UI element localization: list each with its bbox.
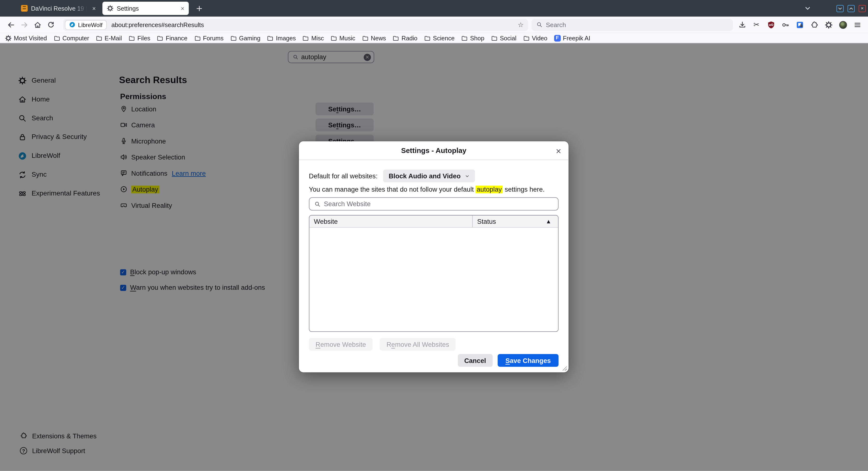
gear-icon <box>5 34 12 41</box>
bookmark-folder-finance[interactable]: Finance <box>157 34 187 41</box>
close-window-button[interactable]: × <box>859 5 866 12</box>
folder-icon <box>128 34 135 41</box>
maximize-button[interactable] <box>847 5 855 12</box>
dialog-description: You can manage the sites that do not fol… <box>309 185 558 193</box>
bookmark-folder-misc[interactable]: Misc <box>303 34 324 41</box>
minimize-button[interactable] <box>836 5 844 12</box>
autoplay-settings-dialog: Settings - Autoplay × Default for all we… <box>299 141 568 373</box>
gear-icon <box>107 5 114 12</box>
bookmark-folder-forums[interactable]: Forums <box>194 34 224 41</box>
bookmark-folder-gaming[interactable]: Gaming <box>230 34 260 41</box>
tab-davinci-resolve[interactable]: DaVinci Resolve 19 | Blackm × <box>17 2 100 15</box>
remove-buttons-row: Remove Website Remove All Websites <box>309 338 558 351</box>
home-button[interactable] <box>31 18 44 31</box>
browser-window: uO DaVinci Resolve 19 | Blackm × Setting… <box>0 0 868 471</box>
freepik-icon: F <box>554 34 561 41</box>
column-header-website[interactable]: Website <box>310 215 472 227</box>
bookmark-folder-science[interactable]: Science <box>424 34 455 41</box>
dialog-actions-row: Cancel Save Changes <box>309 354 558 367</box>
dialog-header: Settings - Autoplay × <box>299 141 568 160</box>
reload-button[interactable] <box>44 18 58 31</box>
tab-title: DaVinci Resolve 19 | Blackm <box>31 5 89 12</box>
bookmark-folder-music[interactable]: Music <box>331 34 355 41</box>
downloads-icon[interactable] <box>738 21 746 29</box>
site-badge-label: LibreWolf <box>78 21 102 28</box>
tab-bar: DaVinci Resolve 19 | Blackm × Settings ×… <box>0 0 868 17</box>
folder-icon <box>157 34 164 41</box>
librewolf-logo-icon <box>69 22 75 28</box>
screenshot-scissors-icon[interactable]: ✂ <box>752 21 761 29</box>
privacy-extension-icon[interactable] <box>796 21 804 29</box>
toolbar-actions: ✂ <box>733 21 864 29</box>
bookmark-folder-images[interactable]: Images <box>267 34 296 41</box>
menu-hamburger-icon[interactable] <box>853 21 861 29</box>
save-changes-button[interactable]: Save Changes <box>498 354 558 367</box>
bookmark-folder-social[interactable]: Social <box>491 34 516 41</box>
folder-icon <box>194 34 201 41</box>
folder-icon <box>230 34 237 41</box>
bookmarks-toolbar: Most Visited Computer E-Mail Files Finan… <box>0 33 868 43</box>
websites-table-body <box>310 228 558 331</box>
bookmark-folder-shop[interactable]: Shop <box>461 34 484 41</box>
bookmark-most-visited[interactable]: Most Visited <box>5 34 47 41</box>
new-tab-button[interactable]: + <box>193 2 205 14</box>
extensions-puzzle-icon[interactable] <box>810 21 818 29</box>
folder-icon <box>331 34 337 41</box>
websites-table-header: Website Status ▲ <box>310 215 558 228</box>
folder-icon <box>54 34 60 41</box>
search-input[interactable] <box>546 21 733 28</box>
bookmark-star-icon[interactable]: ☆ <box>518 21 524 29</box>
davinci-favicon <box>21 5 28 12</box>
tab-title: Settings <box>117 5 178 12</box>
search-icon <box>536 22 542 28</box>
bookmark-folder-radio[interactable]: Radio <box>393 34 417 41</box>
folder-icon <box>267 34 274 41</box>
navigation-toolbar: LibreWolf about:preferences#searchResult… <box>0 17 868 33</box>
website-search-input[interactable] <box>324 200 558 208</box>
password-key-icon[interactable] <box>781 21 789 29</box>
bookmark-folder-files[interactable]: Files <box>128 34 150 41</box>
profile-avatar[interactable] <box>839 21 847 29</box>
bookmark-folder-news[interactable]: News <box>362 34 386 41</box>
bookmark-folder-video[interactable]: Video <box>523 34 547 41</box>
search-icon <box>314 201 320 207</box>
default-policy-dropdown[interactable]: Block Audio and Video <box>383 170 475 182</box>
forward-button[interactable] <box>18 18 31 31</box>
folder-icon <box>96 34 103 41</box>
folder-icon <box>303 34 309 41</box>
url-text: about:preferences#searchResults <box>111 21 204 28</box>
bookmark-folder-email[interactable]: E-Mail <box>96 34 122 41</box>
column-header-status[interactable]: Status ▲ <box>472 215 558 227</box>
remove-website-button[interactable]: Remove Website <box>309 338 373 351</box>
folder-icon <box>523 34 530 41</box>
bookmark-folder-computer[interactable]: Computer <box>54 34 89 41</box>
folder-icon <box>393 34 399 41</box>
dialog-title: Settings - Autoplay <box>401 146 466 154</box>
folder-icon <box>461 34 468 41</box>
list-all-tabs-button[interactable] <box>802 2 814 14</box>
url-bar[interactable]: LibreWolf about:preferences#searchResult… <box>63 19 528 31</box>
sort-ascending-icon: ▲ <box>547 219 550 224</box>
search-bar[interactable] <box>531 19 733 31</box>
window-controls: × <box>836 5 866 12</box>
chevron-down-icon <box>465 174 469 178</box>
default-policy-row: Default for all websites: Block Audio an… <box>309 170 558 182</box>
tab-close-icon[interactable]: × <box>92 5 96 11</box>
tab-close-icon[interactable]: × <box>181 5 184 11</box>
bookmark-freepik-ai[interactable]: FFreepik AI <box>554 34 590 41</box>
tab-settings[interactable]: Settings × <box>102 2 189 15</box>
back-button[interactable] <box>4 18 18 31</box>
website-search-field[interactable] <box>309 197 558 210</box>
default-policy-label: Default for all websites: <box>309 172 377 180</box>
cancel-button[interactable]: Cancel <box>458 354 493 367</box>
folder-icon <box>362 34 369 41</box>
dialog-close-icon[interactable]: × <box>554 146 563 155</box>
settings-page: General Home Search Privacy & Security L… <box>0 43 868 471</box>
site-identity-badge[interactable]: LibreWolf <box>65 20 106 29</box>
websites-table: Website Status ▲ <box>309 215 558 332</box>
dialog-body: Default for all websites: Block Audio an… <box>299 160 568 367</box>
remove-all-websites-button[interactable]: Remove All Websites <box>380 338 456 351</box>
settings-gear-icon[interactable] <box>824 21 833 29</box>
highlighted-term: autoplay <box>476 185 503 193</box>
ublock-origin-icon[interactable] <box>767 21 775 29</box>
